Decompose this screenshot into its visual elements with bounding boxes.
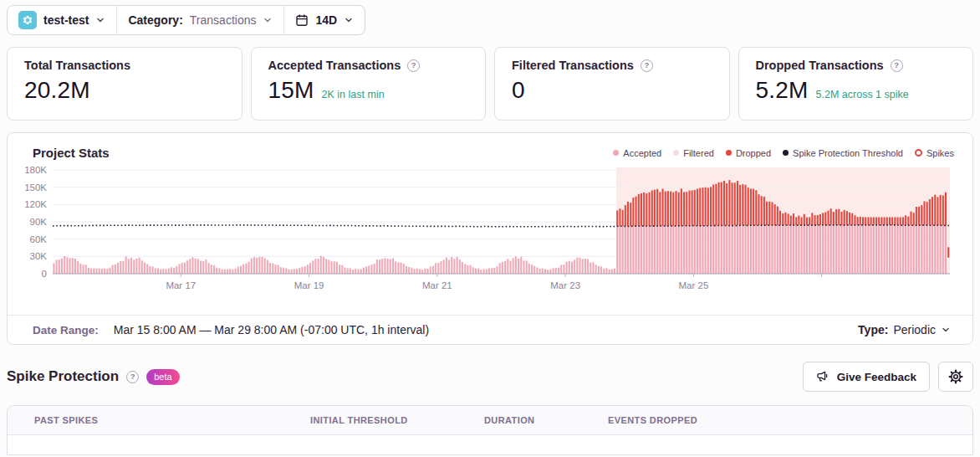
project-name: test-test (43, 13, 89, 27)
legend-threshold-dot-icon (783, 150, 789, 156)
section-title: Spike Protection (7, 368, 119, 385)
category-selector[interactable]: Category: Transactions (116, 6, 283, 34)
chevron-down-icon (95, 15, 105, 25)
type-label: Type: (858, 323, 888, 336)
help-icon[interactable]: ? (891, 59, 903, 72)
legend-filtered-dot-icon (673, 150, 679, 156)
past-spikes-table: PAST SPIKES INITIAL THRESHOLD DURATION E… (7, 405, 973, 455)
beta-badge: beta (146, 369, 179, 385)
card-filtered-transactions: Filtered Transactions ? 0 (494, 47, 730, 121)
settings-button[interactable] (938, 362, 973, 392)
help-icon[interactable]: ? (126, 371, 139, 383)
spike-protection-header: Spike Protection ? beta Give Feedback (7, 362, 973, 392)
card-value: 5.2M (756, 77, 809, 104)
legend-accepted-dot-icon (613, 150, 619, 156)
project-stats-panel: Project Stats Accepted Filtered Dropped … (7, 132, 973, 345)
megaphone-icon (816, 370, 829, 383)
legend-item-filtered[interactable]: Filtered (673, 148, 714, 158)
col-duration: DURATION (484, 415, 608, 425)
card-dropped-transactions: Dropped Transactions ? 5.2M 5.2M across … (738, 47, 974, 121)
card-sub-value[interactable]: 2K in last min (322, 89, 385, 100)
svg-text:90K: 90K (30, 217, 48, 227)
legend-item-accepted[interactable]: Accepted (613, 148, 661, 158)
card-label: Total Transactions (24, 59, 225, 72)
svg-text:Mar 19: Mar 19 (294, 280, 324, 290)
legend-item-threshold[interactable]: Spike Protection Threshold (783, 148, 903, 158)
type-value: Periodic (893, 323, 936, 336)
svg-text:Mar 21: Mar 21 (422, 280, 452, 290)
project-stats-chart: 180K150K120K90K60K30K0Mar 17Mar 19Mar 21… (8, 162, 974, 315)
table-header-row: PAST SPIKES INITIAL THRESHOLD DURATION E… (8, 406, 972, 435)
card-sub-value spike-link[interactable]: 5.2M across 1 spike (816, 89, 909, 100)
svg-text:60K: 60K (30, 234, 48, 244)
project-platform-icon (18, 11, 37, 29)
card-label: Accepted Transactions ? (268, 59, 469, 72)
chevron-down-icon (344, 15, 354, 25)
calendar-icon (295, 13, 309, 27)
svg-text:Mar 23: Mar 23 (550, 280, 580, 290)
chevron-down-icon (263, 15, 273, 25)
svg-text:0: 0 (42, 269, 47, 279)
card-label: Dropped Transactions ? (756, 59, 957, 72)
give-feedback-button[interactable]: Give Feedback (803, 362, 930, 392)
svg-text:30K: 30K (30, 251, 48, 261)
card-accepted-transactions: Accepted Transactions ? 15M 2K in last m… (251, 47, 487, 121)
chart-legend: Accepted Filtered Dropped Spike Protecti… (613, 148, 954, 158)
date-range-selector[interactable]: 14D (283, 6, 365, 34)
help-icon[interactable]: ? (641, 59, 653, 72)
card-total-transactions: Total Transactions 20.2M (7, 47, 242, 121)
help-icon[interactable]: ? (407, 59, 420, 72)
card-label: Filtered Transactions ? (512, 59, 712, 72)
date-range-value: 14D (315, 13, 337, 27)
svg-text:150K: 150K (24, 182, 47, 193)
chevron-down-icon (941, 325, 951, 335)
card-value: 20.2M (24, 77, 90, 104)
filter-toolbar: test-test Category: Transactions 14D (7, 5, 365, 35)
date-range-footer-value: Mar 15 8:00 AM — Mar 29 8:00 AM (-07:00 … (114, 323, 429, 336)
category-value: Transactions (190, 13, 257, 27)
col-events-dropped: EVENTS DROPPED (608, 415, 972, 425)
gear-icon (948, 369, 963, 384)
legend-spikes-ring-icon (915, 149, 922, 157)
col-past-spikes: PAST SPIKES (34, 415, 310, 425)
stat-cards-row: Total Transactions 20.2M Accepted Transa… (7, 47, 973, 121)
svg-text:180K: 180K (24, 165, 47, 175)
type-selector[interactable]: Type: Periodic (858, 323, 951, 336)
svg-text:120K: 120K (24, 199, 47, 209)
legend-dropped-dot-icon (726, 150, 732, 156)
project-selector[interactable]: test-test (8, 6, 116, 34)
legend-item-dropped[interactable]: Dropped (726, 148, 771, 158)
legend-item-spikes[interactable]: Spikes (915, 148, 954, 158)
col-initial-threshold: INITIAL THRESHOLD (310, 415, 484, 425)
svg-text:Mar 25: Mar 25 (679, 280, 709, 290)
card-value: 15M (268, 77, 314, 104)
date-range-footer-label: Date Range: (33, 324, 99, 336)
card-value: 0 (512, 77, 525, 104)
chart-title: Project Stats (33, 146, 110, 160)
svg-text:Mar 17: Mar 17 (166, 280, 196, 290)
category-label: Category: (128, 13, 182, 27)
chart-footer: Date Range: Mar 15 8:00 AM — Mar 29 8:00… (8, 315, 972, 344)
